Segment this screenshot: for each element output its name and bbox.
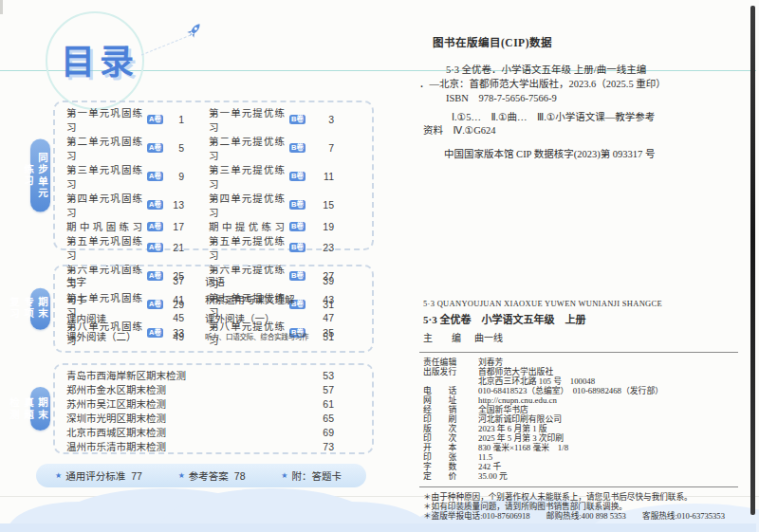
- entry-label: 郑州市金水区期末检测: [66, 382, 296, 396]
- cip-note: ＊如有印装质量问题，请到所购图书销售部门联系调换。: [423, 502, 746, 511]
- footer-item: ★参考答案78: [178, 468, 246, 483]
- detail-value: http://cnupn.cnu.edu.cn: [478, 395, 746, 405]
- toc-row: 课外阅读（二）49听力、口语交际、综合实践与习作51: [66, 329, 362, 343]
- cip-record-line: 5·3 全优卷．小学语文五年级 上册/曲一线主编: [446, 63, 746, 77]
- divider-line: [419, 352, 738, 353]
- section-rows: 青岛市西海岸新区期末检测53郑州市金水区期末检测57苏州市吴江区期末检测61深圳…: [55, 365, 372, 452]
- entry-label: 课外阅读（二）: [66, 329, 150, 343]
- entry-label: 积累运用与课文理解: [205, 292, 295, 306]
- entry-page: 47: [323, 312, 362, 323]
- cip-detail-row: 印 刷河北新诚印刷有限公司: [423, 414, 746, 424]
- entry-label: 苏州市吴江区期末检测: [66, 396, 296, 411]
- editor-value: 曲一线: [474, 333, 503, 343]
- footer-label: 参考答案: [189, 468, 229, 483]
- entry-label: 青岛市西海岸新区期末检测: [66, 368, 296, 382]
- entry-page: 5: [178, 142, 209, 154]
- rocket-trail-line: [141, 35, 191, 56]
- entry-page: 73: [296, 441, 334, 452]
- entry-page: 17: [173, 221, 209, 232]
- book-title: 5·3 全优卷 小学语文五年级 上册: [423, 311, 746, 326]
- footer-label: 附：答题卡: [291, 468, 342, 483]
- cip-detail-row: 字 数242 千: [423, 462, 746, 471]
- entry-page: 53: [296, 370, 334, 381]
- publication-details: 责任编辑刘春芳出版发行首都师范大学出版社北京西三环北路 105 号 100048…: [423, 358, 746, 481]
- chief-editor-line: 主 编曲一线: [423, 330, 746, 344]
- entry-page: 19: [323, 221, 362, 232]
- entry-label: 生字: [66, 274, 150, 288]
- toc-row: 北京市西城区期末检测69: [66, 425, 362, 439]
- toc-row: 苏州市吴江区期末检测61: [66, 396, 362, 411]
- entry-page: 65: [296, 413, 334, 424]
- entry-label: 句子: [66, 292, 150, 306]
- cloud-band-decoration: [0, 523, 756, 532]
- paper-badge: A卷: [147, 115, 163, 124]
- footer-page: 77: [131, 470, 142, 482]
- toc-row: 郑州市金水区期末检测57: [66, 382, 362, 396]
- cip-record-block: 5·3 全优卷．小学语文五年级 上册/曲一线主编．—北京：首都师范大学出版社，2…: [417, 63, 746, 105]
- entry-page: 41: [150, 294, 184, 305]
- toc-entry: 第五单元巩固练习A卷21: [66, 233, 209, 262]
- entry-page: 39: [323, 275, 362, 286]
- page-title: 目录: [61, 34, 139, 83]
- toc-row: 期中巩固练习A卷17期中提优练习B卷19: [66, 219, 362, 233]
- cip-detail-row: 电 话010-68418523（总编室） 010-68982468（发行部）: [423, 386, 746, 395]
- cip-detail-row: 出版发行首都师范大学出版社: [423, 367, 746, 376]
- toc-row: 句子41积累运用与课文理解43: [66, 292, 362, 306]
- cip-detail-row: 网 址http://cnupn.cnu.edu.cn: [423, 395, 746, 405]
- detail-value: 首都师范大学出版社: [478, 367, 746, 376]
- cip-detail-row: 开 本830 毫米×1168 毫米 1/8: [423, 443, 746, 452]
- detail-label: [423, 376, 465, 386]
- toc-row: 第四单元巩固练习A卷13第四单元提优练习B卷15: [66, 191, 362, 219]
- book-spread-scan: 目录 同步单元练习 第一单元巩固练习A卷1第一单元提优练习B卷3第二单元巩固练习…: [0, 0, 759, 532]
- paper-badge: A卷: [147, 200, 163, 210]
- detail-label: 印 次: [423, 433, 465, 443]
- cip-detail-row: 经 销全国新华书店: [423, 405, 746, 414]
- section-final-exam-tests: 期末真题检测 青岛市西海岸新区期末检测53郑州市金水区期末检测57苏州市吴江区期…: [53, 363, 374, 454]
- entry-page: 13: [173, 199, 209, 211]
- footer-label: 通用评分标准: [65, 468, 125, 483]
- section-rows: 第一单元巩固练习A卷1第一单元提优练习B卷3第二单元巩固练习A卷5第二单元提优练…: [55, 102, 372, 248]
- star-icon: ★: [281, 471, 287, 480]
- entry-page: 45: [150, 312, 184, 323]
- section-tab-final-review: 期末专项复习: [30, 287, 50, 330]
- paper-badge: A卷: [147, 143, 163, 153]
- pinyin-title: 5·3 QUANYOUJUAN XIAOXUE YUWEN WUNIANJI S…: [423, 299, 746, 308]
- toc-row: 深圳市光明区期末检测65: [66, 411, 362, 425]
- entry-page: 3: [328, 114, 362, 125]
- entry-page: 15: [323, 199, 362, 211]
- section-rows: 生字37词语39句子41积累运用与课文理解43课内阅读45课外阅读（一）47课外…: [55, 266, 372, 351]
- entry-label: 期中提优练习: [209, 219, 285, 233]
- entry-label: 第三单元提优练习: [209, 162, 285, 191]
- detail-value: 2023 年 6 月第 1 版: [478, 424, 746, 433]
- entry-label: 第三单元巩固练习: [66, 162, 142, 191]
- detail-value: 河北新诚印刷有限公司: [478, 414, 746, 424]
- paper-badge: B卷: [289, 115, 305, 124]
- publisher-notes: ＊由于种种原因，个别著作权人未能联系上，请您见书后尽快与我们联系。＊如有印装质量…: [423, 492, 746, 522]
- entry-page: 21: [173, 242, 209, 253]
- cip-page: 图书在版编目(CIP)数据 5·3 全优卷．小学语文五年级 上册/曲一线主编．—…: [417, 27, 746, 522]
- detail-value: 2025 年 5 月第 3 次印刷: [478, 433, 746, 443]
- entry-page: 57: [296, 384, 334, 395]
- detail-value: 35.00 元: [478, 471, 746, 481]
- toc-row: 第一单元巩固练习A卷1第一单元提优练习B卷3: [66, 105, 362, 134]
- divider-line: [419, 486, 738, 487]
- scan-corner-mark: [0, 0, 3, 14]
- toc-row: 青岛市西海岸新区期末检测53: [66, 368, 362, 382]
- entry-page: 49: [150, 331, 184, 342]
- detail-label: 经 销: [423, 405, 465, 414]
- detail-label: 印 张: [423, 452, 465, 462]
- toc-entry: 第三单元提优练习B卷11: [209, 162, 362, 191]
- rocket-icon: [179, 17, 209, 46]
- editor-label: 主 编: [423, 333, 461, 343]
- entry-label: 北京市西城区期末检测: [66, 425, 296, 439]
- entry-label: 深圳市光明区期末检测: [66, 411, 296, 425]
- entry-page: 51: [323, 331, 362, 342]
- cip-detail-row: 版 次2023 年 6 月第 1 版: [423, 424, 746, 433]
- footer-item: ★附：答题卡: [281, 468, 347, 483]
- entry-label: 第四单元提优练习: [209, 191, 285, 219]
- cip-detail-row: 责任编辑刘春芳: [423, 358, 746, 367]
- cip-classification-block: Ⅰ.①5… Ⅱ.①曲… Ⅲ.①小学语文课—教学参考资料 Ⅳ.①G624: [417, 111, 746, 138]
- entry-label: 第二单元提优练习: [209, 134, 285, 162]
- detail-label: 出版发行: [423, 367, 465, 376]
- toc-entry: 期中巩固练习A卷17: [66, 219, 209, 233]
